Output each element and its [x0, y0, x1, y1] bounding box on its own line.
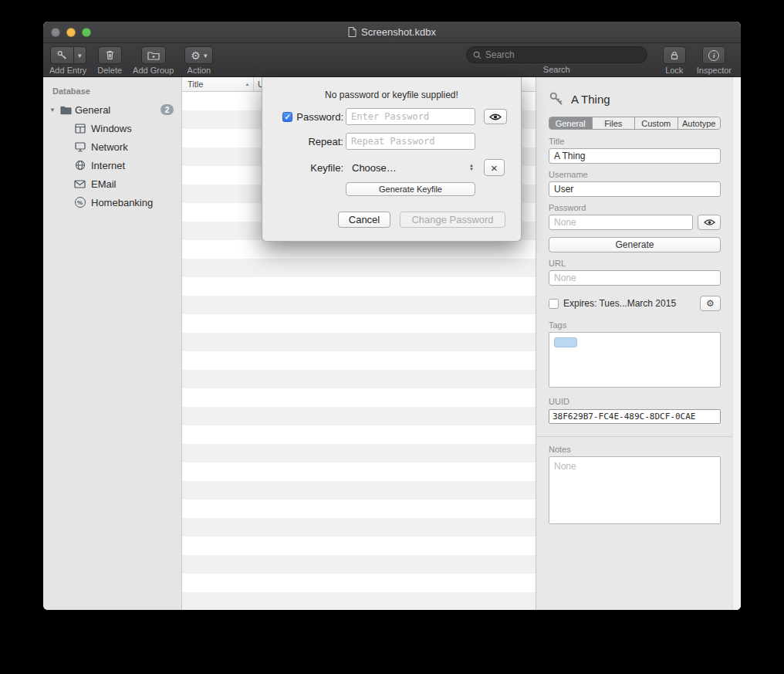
sidebar-item-windows[interactable]: Windows	[43, 119, 181, 137]
keyfile-popup-button[interactable]: Choose… ▲ ▼	[346, 159, 475, 176]
percent-icon: %	[74, 197, 86, 208]
repeat-label-cell: Repeat:	[279, 136, 343, 147]
traffic-lights	[51, 28, 91, 37]
repeat-input[interactable]	[346, 133, 475, 150]
url-field[interactable]	[549, 270, 721, 286]
tab-autotype[interactable]: Autotype	[678, 117, 721, 129]
lock-label: Lock	[665, 66, 683, 75]
gear-icon: ⚙	[706, 298, 715, 309]
app-window: Screenshot.kdbx ▾ Add Entry	[43, 22, 741, 610]
change-password-button[interactable]: Change Password	[400, 212, 505, 228]
title-bar: Screenshot.kdbx	[43, 22, 741, 43]
trash-icon	[104, 49, 116, 61]
sidebar-item-internet[interactable]: Internet	[43, 156, 181, 174]
add-entry-button-group: ▾	[50, 46, 86, 64]
change-password-dialog: No password or keyfile supplied! ✓ Passw…	[262, 77, 522, 242]
action-button[interactable]: ⚙ ▾	[184, 46, 213, 64]
url-field-label: URL	[549, 259, 721, 268]
sort-ascending-icon: ▲	[245, 82, 250, 86]
expires-checkbox[interactable]	[549, 299, 559, 309]
expires-settings-button[interactable]: ⚙	[700, 296, 721, 311]
inspector-header: A Thing	[549, 91, 721, 107]
folder-plus-icon	[147, 50, 160, 61]
sidebar: Database ▼ General 2 Windows Network	[43, 77, 182, 610]
search-icon	[473, 51, 482, 59]
add-group-button[interactable]	[141, 46, 166, 64]
title-field[interactable]	[549, 148, 721, 164]
eye-icon	[489, 113, 502, 121]
entry-count-badge: 2	[161, 104, 174, 115]
key-plus-icon	[56, 49, 68, 61]
keyfile-label: Keyfile:	[310, 162, 343, 174]
add-entry-dropdown-button[interactable]: ▾	[74, 46, 86, 64]
sidebar-item-email[interactable]: EMail	[43, 174, 181, 193]
sidebar-item-label: Homebanking	[91, 197, 153, 208]
password-checkbox[interactable]: ✓	[282, 112, 292, 122]
keyfile-label-cell: Keyfile:	[279, 162, 343, 174]
delete-label: Delete	[97, 66, 122, 75]
expires-label: Expires: Tues...March 2015	[563, 298, 695, 309]
inspector-item: i Inspector	[697, 46, 732, 75]
tab-general[interactable]: General	[549, 117, 593, 129]
clear-keyfile-button[interactable]: ×	[484, 159, 505, 176]
dialog-message: No password or keyfile supplied!	[262, 90, 521, 100]
eye-icon	[704, 218, 715, 226]
reveal-password-button[interactable]	[484, 109, 507, 124]
column-title-label: Title	[188, 80, 203, 89]
title-field-label: Title	[549, 137, 721, 146]
sidebar-item-label: Network	[91, 141, 128, 153]
folder-icon	[60, 104, 72, 116]
info-icon: i	[708, 50, 719, 61]
stepper-icon: ▲ ▼	[469, 164, 475, 171]
search-item: Search	[466, 46, 647, 74]
cancel-button[interactable]: Cancel	[338, 212, 390, 228]
entry-title: A Thing	[571, 93, 610, 106]
uuid-field-label: UUID	[549, 397, 721, 406]
add-entry-button[interactable]	[50, 46, 74, 64]
globe-icon	[74, 160, 86, 171]
notes-field[interactable]	[549, 456, 721, 524]
generate-password-button[interactable]: Generate	[549, 237, 721, 252]
sidebar-item-network[interactable]: Network	[43, 137, 181, 156]
sidebar-item-homebanking[interactable]: % Homebanking	[43, 193, 181, 212]
password-label: Password:	[296, 111, 343, 123]
uuid-field[interactable]	[549, 409, 721, 424]
password-field-label: Password	[549, 203, 721, 212]
change-password-label: Change Password	[411, 214, 493, 225]
minimize-button[interactable]	[66, 28, 76, 37]
inspector-scrollbar[interactable]	[732, 77, 741, 610]
expires-row: Expires: Tues...March 2015 ⚙	[549, 296, 721, 311]
inspector-label: Inspector	[697, 66, 732, 75]
tag-chip[interactable]	[554, 337, 577, 347]
password-field[interactable]	[549, 215, 693, 230]
tab-custom[interactable]: Custom	[635, 117, 678, 129]
sidebar-item-label: Internet	[91, 160, 125, 171]
action-label: Action	[188, 66, 211, 75]
tab-files[interactable]: Files	[593, 117, 636, 129]
repeat-row: Repeat:	[262, 133, 521, 150]
password-row	[549, 215, 721, 230]
password-input[interactable]	[346, 108, 475, 125]
reveal-password-button[interactable]	[698, 215, 721, 230]
inspector-panel: A Thing General Files Custom Autotype Ti…	[536, 77, 741, 610]
close-button[interactable]	[51, 28, 60, 37]
sidebar-item-label: EMail	[91, 178, 117, 190]
password-label-cell: ✓ Password:	[279, 111, 343, 123]
sidebar-section-header: Database	[43, 86, 181, 96]
zoom-button[interactable]	[82, 28, 91, 37]
lock-icon	[669, 50, 680, 61]
search-field[interactable]	[466, 46, 647, 63]
keyfile-row: Keyfile: Choose… ▲ ▼ ×	[262, 159, 521, 176]
search-input[interactable]	[485, 49, 640, 60]
lock-button[interactable]	[663, 46, 686, 64]
inspector-divider	[536, 436, 741, 437]
delete-button[interactable]	[98, 46, 122, 64]
username-field[interactable]	[549, 181, 721, 197]
sidebar-item-general[interactable]: ▼ General 2	[43, 100, 181, 119]
add-group-item: Add Group	[133, 46, 174, 75]
column-header-title[interactable]: Title ▲	[182, 77, 254, 91]
disclosure-triangle-icon[interactable]: ▼	[49, 107, 57, 113]
inspector-button[interactable]: i	[702, 46, 725, 64]
generate-keyfile-button[interactable]: Generate Keyfile	[346, 182, 475, 196]
tags-box[interactable]	[549, 332, 721, 388]
